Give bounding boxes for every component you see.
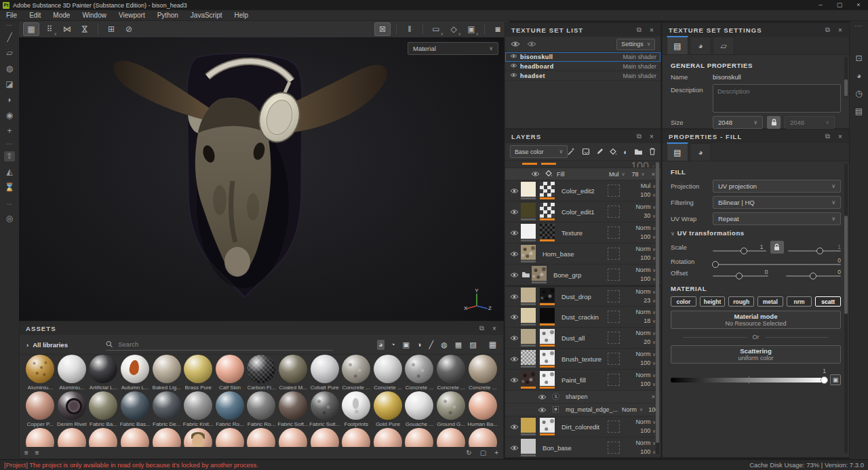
- filter-smart-materials-icon[interactable]: ◔: [389, 340, 397, 350]
- material-sphere-thumbnail[interactable]: [184, 355, 212, 383]
- add-smart-material-icon[interactable]: [568, 146, 576, 158]
- layer-thumbnail[interactable]: [520, 182, 536, 199]
- material-sphere-thumbnail[interactable]: [89, 391, 117, 420]
- deselect-icon[interactable]: ⊠: [374, 22, 391, 36]
- mask-slot[interactable]: [608, 227, 620, 239]
- blend-mode-dropdown[interactable]: Norm ∨: [624, 308, 656, 317]
- menu-window[interactable]: Window: [76, 12, 113, 19]
- scattering-slider[interactable]: [671, 378, 826, 383]
- tab-channels[interactable]: ◕: [690, 37, 711, 54]
- layer-row[interactable]: Brush_textureNorm ∨100 ∨: [505, 349, 660, 370]
- show-all-icon[interactable]: [511, 38, 520, 50]
- delete-layer-icon[interactable]: [649, 146, 656, 158]
- material-sphere-thumbnail[interactable]: [58, 355, 86, 383]
- blend-mode-dropdown[interactable]: Norm ∨: [624, 439, 656, 448]
- blend-opacity-controls[interactable]: Norm ∨100 ∨: [624, 245, 656, 262]
- properties-scrollbar[interactable]: [844, 163, 848, 453]
- blend-opacity-controls[interactable]: Norm ∨100 ∨: [624, 224, 656, 241]
- menu-mode[interactable]: Mode: [47, 12, 76, 19]
- offset-slider-1[interactable]: [713, 275, 768, 277]
- material-sphere-thumbnail[interactable]: [58, 428, 86, 447]
- asset-item[interactable]: [87, 428, 119, 447]
- asset-item[interactable]: [119, 428, 151, 447]
- remove-effect-icon[interactable]: ×: [652, 171, 655, 178]
- close-panel-icon[interactable]: ×: [492, 325, 497, 332]
- asset-item[interactable]: Concrete ...: [467, 355, 498, 391]
- menu-viewport[interactable]: Viewport: [113, 12, 151, 19]
- material-sphere-thumbnail[interactable]: [247, 391, 275, 420]
- blend-opacity-controls[interactable]: Norm ∨20 ∨: [624, 329, 656, 347]
- layer-thumbnail[interactable]: [520, 224, 536, 241]
- eraser-tool-icon[interactable]: ▱: [6, 48, 12, 58]
- asset-item[interactable]: Concrete ...: [372, 355, 404, 391]
- blend-opacity-controls[interactable]: Norm ∨18 ∨: [624, 308, 656, 326]
- blend-opacity-controls[interactable]: Norm ∨100 ∨: [624, 439, 656, 456]
- transform-tool-icon[interactable]: ↔: [5, 198, 14, 208]
- visibility-toggle-icon[interactable]: [530, 171, 541, 177]
- asset-list-icon[interactable]: ≡: [24, 449, 28, 456]
- camera-settings-icon[interactable]: ▣∨: [464, 23, 479, 35]
- material-sphere-thumbnail[interactable]: [153, 355, 181, 383]
- layer-group-row[interactable]: Bone_grpNorm ∨100 ∨: [505, 265, 660, 286]
- blend-mode-dropdown[interactable]: Norm ∨: [624, 288, 656, 296]
- close-panel-icon[interactable]: ×: [838, 133, 843, 140]
- mask-slot[interactable]: [608, 420, 620, 433]
- visibility-toggle-icon[interactable]: [509, 188, 520, 194]
- add-paint-layer-icon[interactable]: [596, 146, 604, 158]
- asset-item[interactable]: Footprints: [340, 391, 372, 427]
- menu-file[interactable]: File: [0, 12, 23, 19]
- asset-item[interactable]: Denim Rivet: [56, 391, 88, 427]
- display-settings-dock-icon[interactable]: ⊡: [855, 54, 862, 63]
- blend-mode-dropdown[interactable]: Norm ∨: [624, 266, 656, 275]
- layer-row[interactable]: Dust_allNorm ∨20 ∨: [505, 328, 660, 349]
- layer-row-partial[interactable]: 100 ∨: [505, 161, 660, 168]
- layer-thumbnail[interactable]: [520, 350, 536, 368]
- camera-projection-icon[interactable]: ◇∨: [446, 23, 461, 35]
- layer-thumbnail[interactable]: [520, 371, 536, 389]
- asset-item[interactable]: Human Ba...: [467, 391, 498, 427]
- material-sphere-thumbnail[interactable]: [342, 355, 370, 383]
- scale-slider-2[interactable]: [788, 250, 842, 252]
- asset-item[interactable]: [277, 428, 309, 447]
- projection-tool-icon[interactable]: ◍: [6, 64, 13, 74]
- material-sphere-thumbnail[interactable]: [58, 391, 86, 420]
- lazy-mouse-icon[interactable]: ⊘: [121, 23, 136, 35]
- settings-scrollbar[interactable]: [844, 57, 848, 98]
- layer-thumbnail[interactable]: [531, 266, 547, 283]
- close-panel-icon[interactable]: ×: [838, 26, 843, 34]
- maximize-button[interactable]: ▢: [830, 0, 849, 10]
- material-sphere-thumbnail[interactable]: [121, 391, 149, 420]
- symmetry-x-icon[interactable]: ⋈: [60, 23, 75, 35]
- opacity-dropdown[interactable]: 100 ∨: [624, 191, 656, 199]
- smudge-tool-icon[interactable]: ◗: [7, 95, 12, 105]
- mask-slot[interactable]: [608, 290, 620, 302]
- channel-button-metal[interactable]: metal: [757, 296, 783, 307]
- size-dropdown[interactable]: 2048 ∨: [713, 116, 763, 129]
- layer-thumbnail[interactable]: [539, 418, 555, 435]
- screenshot-icon[interactable]: ◙: [490, 23, 505, 35]
- filter-brushes-icon[interactable]: ╱: [428, 340, 435, 350]
- blend-opacity-controls[interactable]: Mul ∨100 ∨: [624, 182, 656, 199]
- visibility-toggle-icon[interactable]: [509, 294, 520, 300]
- material-mode-button[interactable]: Material mode No Resource Selected: [671, 311, 841, 329]
- material-sphere-thumbnail[interactable]: [405, 355, 433, 383]
- mask-slot[interactable]: [608, 374, 620, 386]
- opacity-dropdown[interactable]: 30 ∨: [624, 212, 656, 220]
- layer-thumbnail[interactable]: [520, 308, 536, 326]
- render-tool-icon[interactable]: ◎: [6, 214, 13, 224]
- add-group-icon[interactable]: [634, 146, 643, 158]
- refresh-icon[interactable]: ↻: [466, 449, 471, 456]
- scattering-button[interactable]: Scattering uniform color: [671, 345, 841, 364]
- display-settings-icon[interactable]: ▭∨: [429, 23, 443, 35]
- mask-slot[interactable]: [608, 442, 620, 454]
- material-sphere-thumbnail[interactable]: [469, 355, 497, 383]
- tab-mesh-maps[interactable]: ▱: [713, 37, 734, 54]
- opacity-dropdown[interactable]: 23 ∨: [624, 296, 656, 305]
- asset-item[interactable]: Aluminiu...: [24, 355, 56, 391]
- material-sphere-thumbnail[interactable]: [437, 391, 465, 420]
- asset-item[interactable]: [309, 428, 340, 447]
- channel-button-nrm[interactable]: nrm: [787, 296, 812, 307]
- add-smart-mask-icon[interactable]: [582, 146, 590, 158]
- asset-item[interactable]: Concrete ...: [403, 355, 435, 391]
- asset-item[interactable]: Concrete ...: [435, 355, 467, 391]
